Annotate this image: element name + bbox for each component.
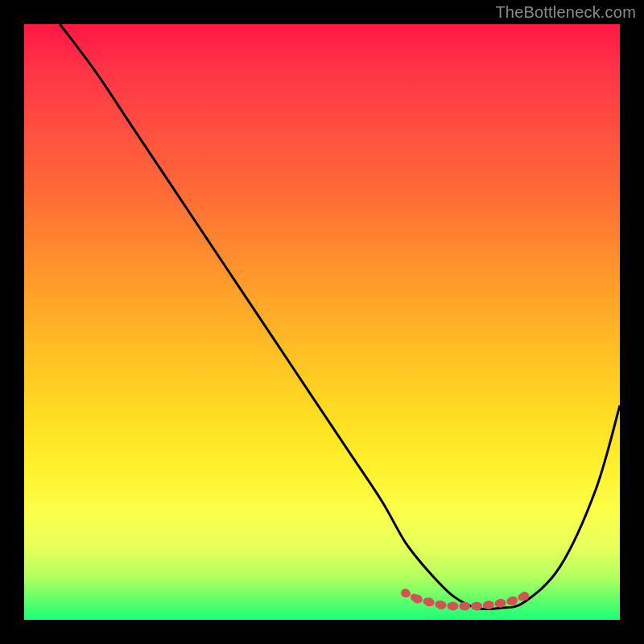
valley-dot — [497, 599, 506, 608]
valley-dot — [460, 601, 469, 610]
chart-frame: TheBottleneck.com — [0, 0, 644, 644]
valley-dot — [520, 592, 529, 601]
valley-dot — [485, 601, 493, 609]
curve-svg — [24, 24, 620, 620]
main-curve-group — [60, 24, 620, 609]
main-curve-path — [60, 24, 620, 609]
valley-dot — [413, 595, 422, 604]
valley-dot — [508, 597, 517, 605]
valley-dot — [437, 601, 446, 609]
plot-area — [24, 24, 620, 620]
valley-dot — [401, 588, 410, 597]
valley-dot — [448, 601, 457, 610]
watermark-text: TheBottleneck.com — [495, 3, 636, 22]
valley-dot — [473, 601, 481, 610]
valley-dot — [425, 597, 434, 606]
